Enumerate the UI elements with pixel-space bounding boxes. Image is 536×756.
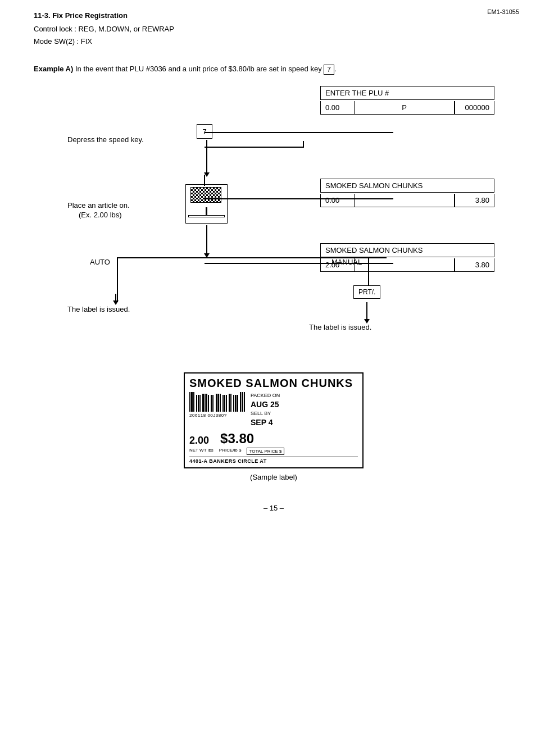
scale-box [185, 184, 228, 224]
sample-label-footer-labels: NET WT lbs PRICE/lb $ TOTAL PRICE $ [189, 448, 358, 455]
section-desc: Control lock : REG, M.DOWN, or REWRAP Mo… [34, 23, 514, 48]
arrow-step1 [204, 140, 210, 177]
weight-val: 2.00 [189, 435, 209, 447]
page-number: – 15 – [34, 504, 514, 512]
display1-row: 0.00 P 000000 [320, 101, 494, 115]
display2-val1: 0.00 [321, 194, 355, 207]
doc-id: EM1-31055 [487, 8, 519, 15]
step1-label: Depress the speed key. [67, 135, 144, 144]
right-arrow [364, 302, 370, 324]
auto-label: AUTO [90, 258, 110, 266]
step2-label: Place an article on. [67, 201, 130, 210]
arrow-step2 [204, 225, 210, 258]
sample-label-title: SMOKED SALMON CHUNKS [189, 377, 358, 390]
example-period: . [334, 65, 337, 74]
connect-line-1 [205, 132, 393, 133]
example-body: In the event that PLU #3036 and a unit p… [73, 65, 324, 74]
key-7-box: 7 [197, 124, 212, 139]
label-issued1: The label is issued. [67, 305, 130, 313]
left-arrow [113, 294, 119, 305]
display2-top: SMOKED SALMON CHUNKS [320, 179, 494, 193]
display3-row: 2.00 3.80 [320, 258, 494, 272]
control-lock-value: REG, M.DOWN, or REWRAP [78, 25, 174, 33]
display1-top: ENTER THE PLU # [320, 86, 494, 100]
step2-sub: (Ex. 2.00 lbs) [79, 211, 122, 219]
main-stem [204, 175, 205, 186]
diagram-area: Depress the speed key. 7 Place an articl… [34, 86, 494, 361]
aug-label: AUG 25 [251, 399, 280, 411]
control-lock-label: Control lock [34, 25, 72, 33]
sample-label-mid: 206118 00J380? PACKED ON AUG 25 SELL BY … [189, 392, 358, 428]
price-per-lb-label: PRICE/lb $ [219, 448, 242, 455]
total-price-label: TOTAL PRICE $ [247, 448, 284, 455]
display1-val2: P [355, 101, 455, 114]
mode-label: Mode SW(2) [34, 37, 75, 45]
prt-button[interactable]: PRT/. [353, 285, 380, 299]
barcode-bars [189, 392, 245, 412]
display-group-3: SMOKED SALMON CHUNKS 2.00 3.80 [320, 243, 494, 272]
mode-value: FIX [81, 37, 92, 45]
display-group-1: ENTER THE PLU # 0.00 P 000000 [320, 86, 494, 115]
example-text: Example A) In the event that PLU #3036 a… [34, 65, 514, 75]
sample-label-address: 4401-A BANKERS CIRCLE AT [189, 457, 358, 464]
display-group-2: SMOKED SALMON CHUNKS 0.00 3.80 [320, 179, 494, 207]
display2-val3: 3.80 [455, 194, 494, 207]
net-wt-label: NET WT lbs [189, 448, 214, 455]
label-issued2: The label is issued. [309, 323, 371, 331]
example-label: Example A) [34, 65, 73, 74]
packed-info: PACKED ON AUG 25 SELL BY SEP 4 [251, 392, 280, 428]
display1-val1: 0.00 [321, 101, 355, 114]
connect-line-5 [205, 263, 393, 264]
display1-val3: 000000 [455, 101, 494, 114]
packed-label: PACKED ON [251, 392, 280, 399]
connect-line-3 [205, 147, 303, 148]
price-val: $3.80 [220, 431, 254, 447]
section-title: 11-3. Fix Price Registration [34, 11, 514, 20]
display3-val2 [355, 258, 455, 271]
barcode-number: 206118 00J380? [189, 413, 227, 418]
sell-label: SELL BY [251, 410, 280, 417]
connect-line-4 [205, 198, 393, 199]
sep-label: SEP 4 [251, 417, 280, 429]
barcode-area: 206118 00J380? [189, 392, 245, 418]
display3-top: SMOKED SALMON CHUNKS [320, 243, 494, 257]
sample-label-caption: (Sample label) [34, 473, 514, 481]
display2-val2 [355, 194, 455, 207]
sample-label-container: SMOKED SALMON CHUNKS [184, 372, 364, 468]
speed-key-box: 7 [324, 65, 334, 75]
display3-val3: 3.80 [455, 258, 494, 271]
display3-val1: 2.00 [321, 258, 355, 271]
sample-label-price-row: 2.00 $3.80 [189, 431, 358, 447]
display2-row: 0.00 3.80 [320, 194, 494, 207]
